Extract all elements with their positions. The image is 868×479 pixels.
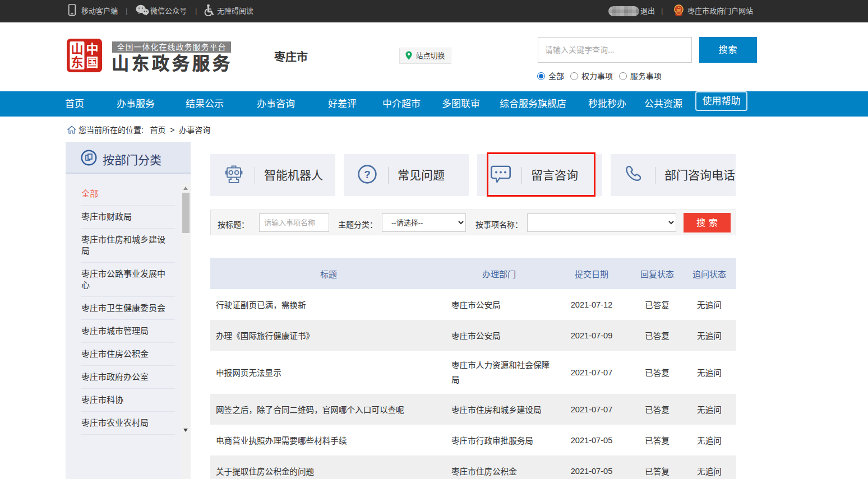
svg-text:国: 国 [86, 55, 98, 69]
svg-text:中: 中 [86, 42, 98, 56]
svg-text:?: ? [364, 169, 371, 180]
svg-text:山: 山 [71, 42, 83, 56]
svg-text:东: 东 [71, 55, 83, 69]
